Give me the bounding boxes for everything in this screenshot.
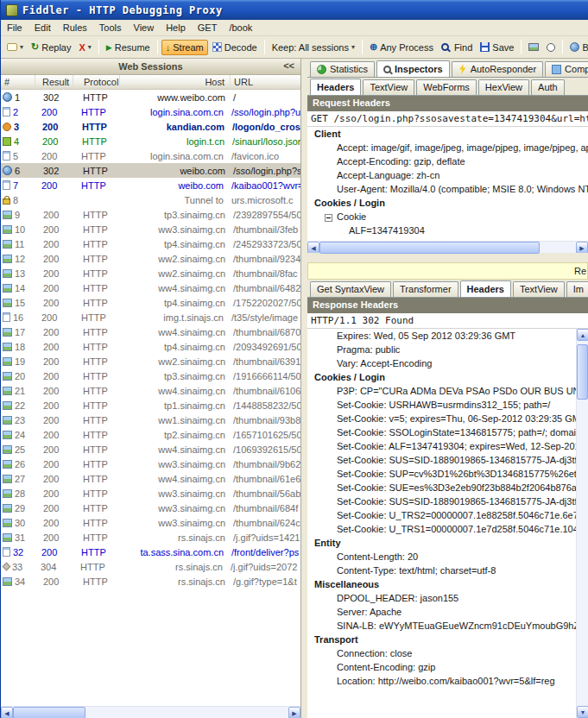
- tab-im[interactable]: Im: [566, 281, 588, 297]
- stream-toggle[interactable]: ↓Stream: [161, 40, 208, 55]
- tab-headers[interactable]: Headers: [310, 79, 361, 96]
- session-row[interactable]: 34 200 HTTP rs.sinajs.cn /g.gif?type=1&t: [1, 574, 300, 589]
- tab-get-syntaxview[interactable]: Get SyntaxView: [310, 281, 391, 297]
- timer-button[interactable]: [543, 41, 559, 54]
- keep-sessions-dropdown[interactable]: Keep: All sessions▾: [269, 41, 358, 54]
- session-row[interactable]: 27 200 HTTP ww4.sinaimg.cn /thumbnail/61…: [1, 471, 300, 486]
- response-encoded-banner[interactable]: Re: [307, 262, 588, 280]
- column-header-protocol[interactable]: Protocol: [73, 75, 120, 89]
- scroll-thumb[interactable]: [319, 242, 540, 254]
- session-row[interactable]: 19 200 HTTP ww2.sinaimg.cn /thumbnail/63…: [1, 354, 300, 368]
- session-row[interactable]: 28 200 HTTP ww3.sinaimg.cn /thumbnail/56…: [1, 486, 300, 501]
- session-row[interactable]: 26 200 HTTP ww3.sinaimg.cn /thumbnail/9b…: [1, 457, 300, 471]
- session-row[interactable]: 31 200 HTTP rs.sinajs.cn /j.gif?uids=142…: [1, 530, 300, 545]
- request-response-splitter[interactable]: [307, 253, 588, 262]
- session-row[interactable]: 2 200 HTTP login.sina.com.cn /sso/login.…: [1, 104, 300, 119]
- replay-button[interactable]: ↻Replay: [28, 40, 74, 54]
- menu-help[interactable]: Help: [160, 21, 192, 35]
- column-header-url[interactable]: URL: [231, 75, 300, 89]
- image-icon: [3, 269, 12, 278]
- session-row[interactable]: 21 200 HTTP ww4.sinaimg.cn /thumbnail/61…: [1, 383, 300, 398]
- session-row[interactable]: 1 302 HTTP www.weibo.com /: [1, 90, 300, 104]
- column-header-number[interactable]: #: [1, 75, 35, 89]
- session-row[interactable]: 8 Tunnel to urs.microsoft.c: [1, 192, 300, 207]
- scroll-right-arrow[interactable]: ▶: [576, 242, 588, 254]
- session-row[interactable]: 33 304 HTTP rs.sinajs.cn /j.gif?uids=207…: [1, 559, 300, 574]
- header-line[interactable]: Cookies / Login: [307, 196, 588, 210]
- session-row[interactable]: 17 200 HTTP ww4.sinaimg.cn /thumbnail/68…: [1, 324, 300, 339]
- tab-headers[interactable]: Headers: [460, 280, 511, 298]
- tab-hexview[interactable]: HexView: [478, 79, 529, 95]
- session-row[interactable]: 5 200 HTTP login.sina.com.cn /favicon.ic…: [1, 148, 300, 163]
- scroll-track[interactable]: [319, 242, 576, 253]
- scroll-track[interactable]: [13, 707, 288, 718]
- session-row[interactable]: 23 200 HTTP ww1.sinaimg.cn /thumbnail/93…: [1, 413, 300, 427]
- menu-file[interactable]: File: [1, 21, 28, 35]
- tab-inspectors[interactable]: Inspectors: [376, 60, 450, 78]
- scroll-track[interactable]: [577, 341, 588, 706]
- tab-comp[interactable]: Comp: [545, 61, 588, 77]
- header-line[interactable]: Client: [307, 127, 588, 141]
- scroll-thumb[interactable]: [13, 707, 85, 718]
- header-line[interactable]: Cookie: [307, 210, 588, 224]
- column-header-host[interactable]: Host: [120, 75, 231, 89]
- tab-auth[interactable]: Auth: [531, 79, 565, 95]
- session-row[interactable]: 15 200 HTTP tp4.sinaimg.cn /1752202027/5…: [1, 295, 300, 310]
- session-row[interactable]: 14 200 HTTP ww4.sinaimg.cn /thumbnail/64…: [1, 280, 300, 295]
- scroll-left-arrow[interactable]: ◀: [307, 242, 319, 254]
- tab-webforms[interactable]: WebForms: [416, 79, 477, 95]
- session-row[interactable]: 9 200 HTTP tp3.sinaimg.cn /2392897554/50: [1, 207, 300, 222]
- resume-button[interactable]: ▶Resume: [103, 41, 154, 54]
- toolbar-separator: [562, 40, 563, 54]
- session-row[interactable]: 4 200 HTTP login.t.cn /sinaurl/loso.json: [1, 134, 300, 148]
- screenshot-button[interactable]: [525, 41, 542, 53]
- header-line[interactable]: Entity: [307, 536, 576, 550]
- session-row[interactable]: 30 200 HTTP ww3.sinaimg.cn /thumbnail/62…: [1, 515, 300, 530]
- tab-transformer[interactable]: Transformer: [393, 281, 458, 297]
- session-row[interactable]: 6 302 HTTP weibo.com /sso/login.php?s: [1, 163, 300, 178]
- menu-get[interactable]: GET: [192, 21, 224, 35]
- session-row[interactable]: 12 200 HTTP ww2.sinaimg.cn /thumbnail/92…: [1, 251, 300, 266]
- session-row[interactable]: 32 200 HTTP ta.sass.sina.com.cn /front/d…: [1, 545, 300, 559]
- session-row[interactable]: 13 200 HTTP ww2.sinaimg.cn /thumbnail/8f…: [1, 266, 300, 280]
- session-row[interactable]: 7 200 HTTP weibo.com /kaibao001?wvr=: [1, 178, 300, 192]
- browse-button[interactable]: Br: [566, 41, 588, 54]
- decode-toggle[interactable]: Decode: [209, 41, 261, 54]
- session-row[interactable]: 24 200 HTTP tp2.sinaimg.cn /1657101625/5…: [1, 427, 300, 442]
- session-row[interactable]: 16 200 HTTP img.t.sinajs.cn /t35/style/i…: [1, 310, 300, 324]
- header-line[interactable]: Miscellaneous: [307, 577, 576, 591]
- collapse-box-icon[interactable]: [325, 214, 332, 222]
- session-row[interactable]: 18 200 HTTP tp4.sinaimg.cn /2093492691/5…: [1, 339, 300, 354]
- comment-button[interactable]: ▾: [3, 41, 27, 53]
- menu-tools[interactable]: Tools: [93, 21, 128, 35]
- scroll-up-arrow[interactable]: ▲: [577, 329, 588, 341]
- scroll-thumb[interactable]: [577, 344, 588, 400]
- session-row[interactable]: 10 200 HTTP ww3.sinaimg.cn /thumbnail/3f…: [1, 222, 300, 236]
- session-row[interactable]: 25 200 HTTP ww4.sinaimg.cn /1069392615/5…: [1, 442, 300, 457]
- tab-autoresponder[interactable]: AutoResponder: [452, 61, 543, 77]
- any-process-button[interactable]: ⊕Any Process: [366, 40, 437, 54]
- panel-splitter[interactable]: [301, 59, 307, 718]
- menu-view[interactable]: View: [128, 21, 161, 35]
- menu-rules[interactable]: Rules: [57, 21, 93, 35]
- session-row[interactable]: 20 200 HTTP tp3.sinaimg.cn /1916666114/5…: [1, 368, 300, 383]
- collapse-panel-button[interactable]: <<: [281, 60, 297, 71]
- header-line[interactable]: Transport: [307, 633, 576, 646]
- session-row[interactable]: 22 200 HTTP tp1.sinaimg.cn /1448858232/5…: [1, 398, 300, 413]
- remove-button[interactable]: X▾: [75, 41, 94, 54]
- scroll-right-arrow[interactable]: ▶: [288, 707, 300, 718]
- find-button[interactable]: Find: [438, 41, 476, 54]
- session-row[interactable]: 11 200 HTTP tp4.sinaimg.cn /2452933723/5…: [1, 236, 300, 251]
- menu-book[interactable]: /book: [223, 21, 258, 35]
- tab-statistics[interactable]: Statistics: [310, 61, 375, 77]
- tab-textview[interactable]: TextView: [513, 281, 565, 297]
- tab-textview[interactable]: TextView: [363, 79, 414, 95]
- scroll-left-arrow[interactable]: ◀: [1, 707, 13, 718]
- header-line[interactable]: Cookies / Login: [307, 370, 576, 384]
- column-header-result[interactable]: Result: [35, 75, 73, 89]
- menu-edit[interactable]: Edit: [28, 21, 57, 35]
- session-row[interactable]: 3 200 HTTP kandian.com /logon/do_cross: [1, 119, 300, 134]
- session-row[interactable]: 29 200 HTTP ww3.sinaimg.cn /thumbnail/68…: [1, 501, 300, 515]
- scroll-down-arrow[interactable]: ▼: [577, 706, 588, 718]
- save-button[interactable]: Save: [477, 41, 517, 54]
